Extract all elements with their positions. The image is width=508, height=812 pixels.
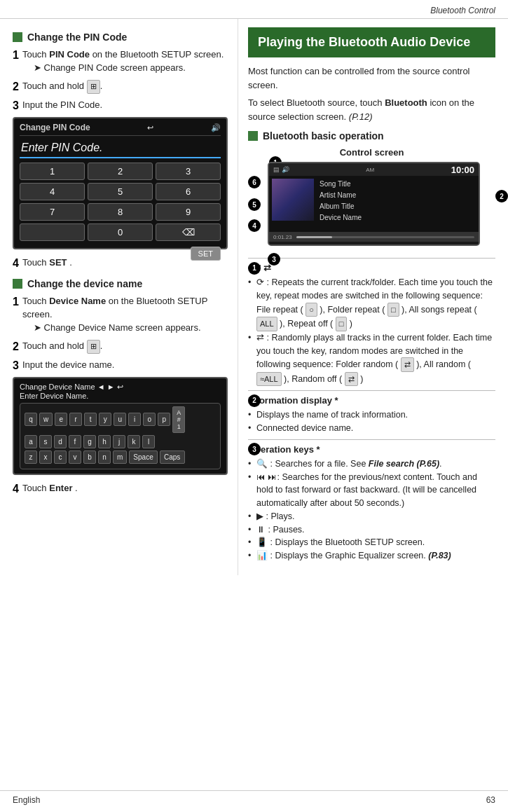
kb-i[interactable]: i <box>128 413 141 426</box>
key-3[interactable]: 3 <box>156 163 221 180</box>
step-1-sub: ➤ Change PIN Code screen appears. <box>22 62 228 75</box>
kb-m[interactable]: m <box>113 450 127 464</box>
section-basic-heading: Bluetooth basic operation <box>248 130 495 142</box>
devname-step-1: 1 Touch Device Name on the Bluetooth SET… <box>13 295 228 335</box>
op-setup-bullet: 📱 : Displays the Bluetooth SETUP screen. <box>248 536 495 549</box>
section-basic-icon <box>248 131 258 141</box>
kb-v[interactable]: v <box>69 450 81 464</box>
kb-o[interactable]: o <box>143 413 156 426</box>
kb-n[interactable]: n <box>98 450 111 464</box>
progress-fill <box>296 236 332 238</box>
devname-icon-back: ↩ <box>117 383 123 391</box>
btn-search[interactable]: 🔍 <box>281 245 289 246</box>
btn-prev[interactable]: ⏮ <box>291 245 298 246</box>
kb-z[interactable]: z <box>25 450 37 464</box>
kb-row-2: a s d f g h j k l <box>25 435 216 448</box>
main-layout: Change the PIN Code 1 Touch PIN Code on … <box>0 19 508 575</box>
kb-A-special[interactable]: A#1 <box>172 406 185 433</box>
kb-l[interactable]: l <box>142 435 155 448</box>
control-screen-img: ▤ 🔊 AM 10:00 Song Title Artist Name Albu… <box>268 162 480 246</box>
section-2-label: Information display * <box>248 395 338 406</box>
step-1-content: Touch PIN Code on the Bluetooth SETUP sc… <box>22 48 228 75</box>
kb-k[interactable]: k <box>128 435 140 448</box>
key-4[interactable]: 4 <box>20 183 85 200</box>
kb-s[interactable]: s <box>39 435 52 448</box>
section-devicename-title: Change the device name <box>27 278 142 289</box>
kb-row-3: z x c v b n m Space Caps <box>25 450 216 464</box>
btn-play[interactable]: ▶ <box>301 245 306 246</box>
key-0[interactable]: 0 <box>88 223 153 241</box>
kb-c[interactable]: c <box>54 450 67 464</box>
kb-d[interactable]: d <box>54 435 67 448</box>
screen-am: AM <box>366 167 374 173</box>
page-footer: English 63 <box>0 790 508 805</box>
pin-code-bold: PIN Code <box>49 49 90 60</box>
info-bullet-1: Displays the name of track information. <box>248 408 495 422</box>
kb-r[interactable]: r <box>69 413 82 426</box>
screen-title: Change PIN Code <box>20 123 90 132</box>
operation-bullets: 🔍 : Searches for a file. See File search… <box>248 457 495 563</box>
repeat-bullets: ⟳ : Repeats the current track/folder. Ea… <box>248 276 495 386</box>
section-repeat-random: 1 ⟳ / ⇄ ⟳ : Repeats the current track/fo… <box>248 258 495 386</box>
devname-step-4: 4 Touch Enter . <box>13 482 228 495</box>
control-screen-label: Control screen <box>248 147 495 158</box>
key-del[interactable]: ⌫ <box>156 223 221 241</box>
intro-text: Most function can be controlled from the… <box>248 64 495 92</box>
kb-j[interactable]: j <box>113 435 125 448</box>
kb-f[interactable]: f <box>69 435 81 448</box>
kb-b[interactable]: b <box>83 450 96 464</box>
step-num-3: 3 <box>13 99 19 112</box>
kb-u[interactable]: u <box>114 413 126 426</box>
folder-repeat-icon: □ <box>387 303 399 317</box>
screen-header-bar: Change PIN Code ↩ 🔊 <box>20 123 221 136</box>
kb-space[interactable]: Space <box>129 450 157 464</box>
key-6[interactable]: 6 <box>156 183 221 200</box>
btn-arrow-right[interactable]: › <box>333 245 476 247</box>
btn-next[interactable]: ⏭ <box>317 245 324 246</box>
left-column: Change the PIN Code 1 Touch PIN Code on … <box>0 19 238 575</box>
btn-pause[interactable]: ⏸ <box>308 245 315 246</box>
screen-icon-arrow: ↩ <box>147 123 153 132</box>
key-9[interactable]: 9 <box>156 203 221 221</box>
footer-page: 63 <box>486 795 495 805</box>
kb-g[interactable]: g <box>83 435 96 448</box>
file-search-bold: File search (P.65) <box>369 459 439 469</box>
banner-heading: Playing the Bluetooth Audio Device <box>248 27 495 57</box>
devname-step-2-content: Touch and hold ⊞. <box>22 340 228 354</box>
kb-t[interactable]: t <box>84 413 97 426</box>
op-eq-bullet: 📊 : Displays the Graphic Equalizer scree… <box>248 549 495 563</box>
btn-eq[interactable]: ▤ <box>272 245 278 246</box>
screen-top-bar: ▤ 🔊 AM 10:00 <box>269 163 479 176</box>
set-button[interactable]: SET <box>191 247 221 261</box>
key-empty <box>20 223 85 241</box>
op-search-bullet: 🔍 : Searches for a file. See File search… <box>248 457 495 471</box>
section-operation-keys: 3 Operation keys * 🔍 : Searches for a fi… <box>248 439 495 563</box>
key-2[interactable]: 2 <box>88 163 153 180</box>
op-play-bullet: ▶ : Plays. <box>248 510 495 523</box>
kb-a[interactable]: a <box>25 435 37 448</box>
step-3-content: Input the PIN Code. <box>22 99 228 112</box>
kb-w[interactable]: w <box>39 413 53 426</box>
step-num-4: 4 <box>13 256 19 270</box>
kb-q[interactable]: q <box>25 413 37 426</box>
kb-x[interactable]: x <box>39 450 52 464</box>
kb-e[interactable]: e <box>55 413 67 426</box>
section-icon-square <box>13 32 22 42</box>
key-7[interactable]: 7 <box>20 203 85 221</box>
kb-h[interactable]: h <box>98 435 111 448</box>
op-prevnext-bullet: ⏮ ⏭: Searches for the previous/next cont… <box>248 471 495 510</box>
key-8[interactable]: 8 <box>88 203 153 221</box>
pin-step-3: 3 Input the PIN Code. <box>13 99 228 112</box>
bluetooth-bold: Bluetooth <box>385 97 427 108</box>
kb-y[interactable]: y <box>99 413 111 426</box>
callout-circle-2: 2 <box>248 394 261 407</box>
btn-hash[interactable]: # <box>327 245 330 246</box>
play-icon-op: ▶ <box>256 511 263 521</box>
key-1[interactable]: 1 <box>20 163 85 180</box>
kb-p[interactable]: p <box>158 413 170 426</box>
key-5[interactable]: 5 <box>88 183 153 200</box>
screen-icon-volume: 🔊 <box>211 123 221 132</box>
kb-caps[interactable]: Caps <box>160 450 185 464</box>
pin-code-screen: Change PIN Code ↩ 🔊 Enter PIN Code. 1 2 … <box>13 117 228 249</box>
intro-line1: Most function can be controlled from the… <box>248 66 470 90</box>
